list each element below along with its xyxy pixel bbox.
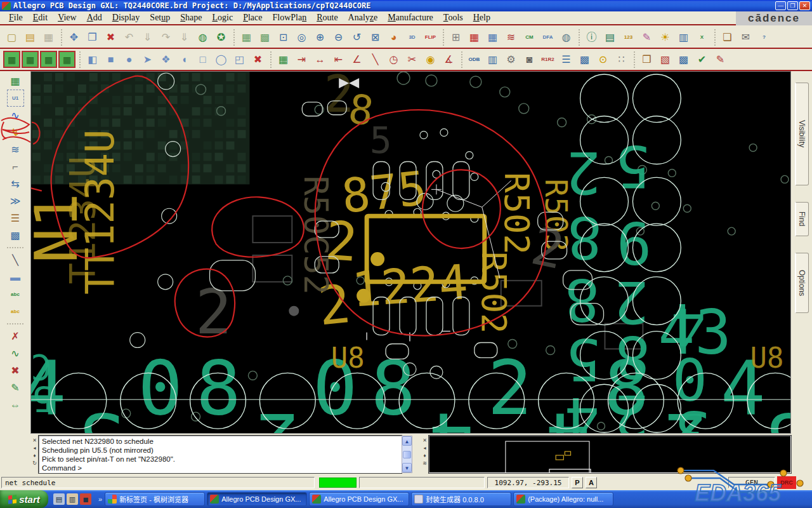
scroll-down-icon[interactable]: ▼ (402, 463, 412, 472)
dimension-angle-icon[interactable]: ∠ (348, 51, 365, 68)
show-property-icon[interactable]: ▤ (601, 29, 619, 46)
minimize-button[interactable]: — (775, 1, 786, 10)
rect-outline-icon[interactable]: □ (194, 51, 211, 68)
zoom-points-icon[interactable]: ⊡ (275, 29, 292, 46)
line-45-icon[interactable]: ╲ (367, 51, 384, 68)
board-step-3-icon[interactable]: ▦ (40, 51, 57, 68)
layer-priority-icon[interactable]: ▥ (675, 29, 692, 46)
line-icon[interactable]: ╲ (7, 251, 24, 269)
scrollbar-thumb[interactable] (403, 451, 411, 458)
task-button-3[interactable]: Allegro PCB Design GX... (309, 492, 409, 506)
report-list-icon[interactable]: ☰ (558, 51, 575, 68)
net-wave-icon[interactable]: ∿ (7, 345, 24, 362)
text-add-icon[interactable]: abc (7, 286, 24, 303)
pin-drawing-icon[interactable]: ✪ (213, 29, 230, 46)
history-mini-button[interactable]: ↻ (31, 460, 38, 467)
view-3d-icon[interactable]: 3D (403, 29, 421, 46)
text-edit-icon[interactable]: abc (7, 303, 24, 320)
open-drawing-icon[interactable]: ▤ (22, 29, 39, 46)
zoom-out-icon[interactable]: ⊖ (330, 29, 347, 46)
import-logic-icon[interactable]: ▦ (7, 72, 24, 90)
tab-options[interactable]: Options (795, 253, 809, 313)
footprint-u1-icon[interactable]: U1 (7, 90, 24, 107)
zoom-grid-icon[interactable]: ▩ (256, 29, 273, 46)
menu-display[interactable]: Display (107, 12, 145, 23)
close-mini-button[interactable]: ✕ (31, 437, 38, 444)
quicklaunch-app-icon[interactable]: ◼ (80, 493, 91, 505)
application-mode-button[interactable]: A (586, 477, 597, 488)
dehighlight-icon[interactable]: ☀ (657, 29, 674, 46)
find-glow-icon[interactable]: ◉ (422, 51, 439, 68)
dfa-table-icon[interactable]: DFA (539, 29, 556, 46)
pin-mini-button[interactable]: ♦ (31, 452, 38, 459)
pin-escape-icon[interactable]: ⇥ (293, 51, 310, 68)
task-button-5[interactable]: (Package) Allegro: null... (513, 492, 613, 506)
board-resize-icon[interactable]: ⇔ (7, 396, 24, 413)
show-element-icon[interactable]: ⓘ (583, 29, 600, 46)
pin-array-icon[interactable]: ∷ (613, 51, 630, 68)
flip-board-icon[interactable]: FLIP (422, 29, 439, 46)
title-bar[interactable]: Allegro PCB Design GXL: TQ2440CORE.brd P… (0, 0, 812, 11)
delete-icon[interactable]: ✖ (102, 29, 119, 46)
cut-marks-icon[interactable]: ✂ (403, 51, 421, 68)
close-mini-button[interactable]: ✕ (421, 437, 428, 444)
dimension-radius-icon[interactable]: ◷ (385, 51, 402, 68)
net-edit-icon[interactable]: ✎ (7, 379, 24, 396)
task-button-2[interactable]: Allegro PCB Design GX... (207, 492, 307, 506)
minimap-viewport[interactable] (549, 469, 591, 472)
zoom-fit-icon[interactable]: ⊠ (367, 29, 384, 46)
menu-view[interactable]: View (53, 12, 82, 23)
footprint-icon[interactable]: ▦ (275, 51, 292, 68)
model-browser-icon[interactable]: ▧ (657, 51, 674, 68)
board-step-4-icon[interactable]: ▦ (58, 51, 75, 68)
move-icon[interactable]: ✥ (65, 29, 82, 46)
menu-shape[interactable]: Shape (175, 12, 207, 23)
snapshot-camera-icon[interactable]: ◙ (521, 51, 538, 68)
web-publish-icon[interactable]: ◍ (194, 29, 211, 46)
redraw-icon[interactable]: ▦ (238, 29, 255, 46)
odb-export-icon[interactable]: ODB (466, 51, 483, 68)
task-button-1[interactable]: 新标签页 - 枫树浏览器 (105, 492, 205, 506)
sync-mini-button[interactable]: ≋ (421, 460, 428, 467)
menu-edit[interactable]: Edit (28, 12, 53, 23)
grid-toggle-icon[interactable]: ⊞ (447, 29, 464, 46)
menu-add[interactable]: Add (82, 12, 107, 23)
cross-section-icon[interactable]: ▥ (484, 51, 501, 68)
menu-help[interactable]: Help (468, 12, 495, 23)
bus-route-icon[interactable]: ☰ (7, 210, 24, 227)
shape-circle-icon[interactable]: ● (121, 51, 138, 68)
fanout-icon[interactable]: ≫ (7, 192, 24, 210)
menu-tools[interactable]: Tools (438, 12, 468, 23)
undock-mini-button[interactable]: ◂ (31, 444, 38, 451)
highlight-brush-icon[interactable]: ✎ (638, 29, 655, 46)
menu-analyze[interactable]: Analyze (343, 12, 383, 23)
shadow-mode-icon[interactable]: ≋ (502, 29, 520, 46)
pin-mini-button[interactable]: ♦ (421, 452, 428, 459)
rectangle-icon[interactable]: ▬ (7, 269, 24, 286)
shape-add-icon[interactable]: ◧ (84, 51, 101, 68)
select-cursor-icon[interactable]: ➤ (139, 51, 156, 68)
net-clean-icon[interactable]: ✗ (7, 328, 24, 345)
quicklaunch-folder-icon[interactable]: ▥ (67, 493, 78, 505)
net-schedule-icon[interactable]: ∿ (7, 107, 24, 124)
copy-icon[interactable]: ❐ (84, 29, 101, 46)
cm-view-icon[interactable]: CM (521, 29, 538, 46)
tab-visibility[interactable]: Visibility (795, 83, 809, 185)
variants-icon[interactable]: R1R2 (539, 51, 556, 68)
mesh-icon[interactable]: ▩ (7, 227, 24, 244)
zoom-previous-icon[interactable]: ↺ (348, 29, 365, 46)
shape-delete-icon[interactable]: ✖ (249, 51, 266, 68)
mail-icon[interactable]: ✉ (737, 29, 754, 46)
gloss-icon[interactable]: ⌐ (7, 158, 24, 175)
menu-setup[interactable]: Setup (145, 12, 175, 23)
net-delete-icon[interactable]: ✖ (7, 362, 24, 379)
pad-designer-icon[interactable]: ▩ (576, 51, 593, 68)
drc-update-icon[interactable]: X (693, 29, 710, 46)
menu-logic[interactable]: Logic (207, 12, 238, 23)
chip-editor-icon[interactable]: ▩ (675, 51, 692, 68)
restore-button[interactable]: ❐ (787, 1, 798, 10)
world-view-icon[interactable]: ◍ (558, 29, 575, 46)
close-button[interactable]: ✕ (799, 1, 810, 10)
swap-pins-icon[interactable]: ⇆ (7, 175, 24, 192)
design-canvas[interactable]: 4S0820842482485084280528428N1TT1234UT123… (30, 71, 791, 434)
